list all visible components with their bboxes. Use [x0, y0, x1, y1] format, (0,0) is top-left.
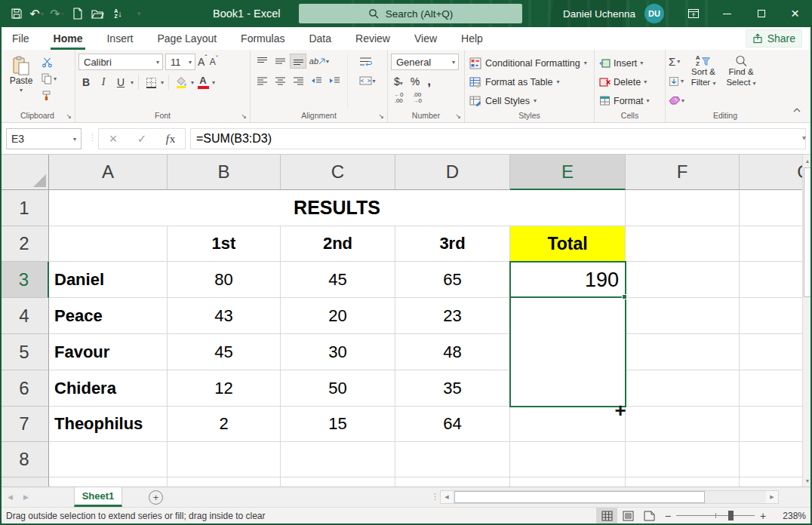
- cell-b9-partial[interactable]: [168, 477, 281, 487]
- normal-view-button[interactable]: [596, 508, 617, 524]
- formula-input[interactable]: =SUM(B3:D3): [190, 128, 806, 149]
- fill-handle[interactable]: [622, 294, 627, 299]
- name-box[interactable]: E3 ▾: [6, 128, 82, 149]
- cell-e8[interactable]: [510, 442, 626, 477]
- delete-cells-button[interactable]: Delete▾: [598, 72, 663, 91]
- bottom-align-button[interactable]: [290, 54, 306, 69]
- cell-f8[interactable]: [626, 442, 740, 477]
- tab-home[interactable]: Home: [42, 27, 95, 50]
- italic-button[interactable]: I: [96, 75, 111, 90]
- copy-button[interactable]: ▾: [42, 72, 57, 85]
- row-header-3[interactable]: 3: [0, 262, 49, 298]
- font-name-combo[interactable]: Calibri▾: [78, 54, 163, 70]
- insert-function-button[interactable]: fx: [156, 133, 185, 146]
- cancel-button[interactable]: ×: [99, 131, 128, 147]
- middle-align-button[interactable]: [272, 54, 288, 69]
- close-button[interactable]: ×: [778, 0, 812, 27]
- cell-g7[interactable]: [740, 407, 802, 442]
- cell-e7[interactable]: [510, 407, 626, 442]
- row-header-9-partial[interactable]: [0, 477, 49, 487]
- share-button[interactable]: Share: [746, 29, 802, 48]
- cell-g1[interactable]: [740, 190, 802, 226]
- percent-format-button[interactable]: %: [411, 75, 420, 88]
- cell-g9-partial[interactable]: [740, 477, 802, 487]
- clipboard-dialog-launcher[interactable]: ↘: [66, 112, 72, 120]
- comma-format-button[interactable]: ,: [427, 74, 431, 89]
- row-header-1[interactable]: 1: [0, 190, 49, 226]
- cell-b2[interactable]: 1st: [168, 226, 281, 262]
- cell-d2[interactable]: 3rd: [395, 226, 510, 262]
- column-header-a[interactable]: A: [49, 155, 168, 190]
- cell-a2[interactable]: [49, 226, 168, 262]
- column-header-f[interactable]: F: [626, 155, 740, 190]
- cell-f5[interactable]: [626, 334, 740, 370]
- row-header-6[interactable]: 6: [0, 370, 49, 407]
- tab-formulas[interactable]: Formulas: [229, 27, 297, 50]
- increase-decimal-button[interactable]: ←0.00: [394, 92, 403, 104]
- currency-format-button[interactable]: $▾: [394, 75, 403, 88]
- select-all-corner[interactable]: [0, 155, 49, 190]
- alignment-dialog-launcher[interactable]: ↘: [378, 112, 384, 120]
- cell-b7[interactable]: 2: [168, 407, 281, 442]
- row-header-5[interactable]: 5: [0, 334, 49, 370]
- cell-e9-partial[interactable]: [510, 477, 626, 487]
- increase-font-size-button[interactable]: Aˆ: [198, 56, 208, 68]
- cell-d6[interactable]: 35: [395, 370, 510, 407]
- cell-g4[interactable]: [740, 298, 802, 334]
- avatar[interactable]: DU: [644, 4, 664, 23]
- increase-indent-button[interactable]: [326, 73, 343, 88]
- new-file-button[interactable]: [67, 3, 88, 24]
- undo-button[interactable]: ↶▾: [26, 3, 47, 24]
- cell-g6[interactable]: [740, 370, 802, 407]
- column-header-e[interactable]: E: [510, 155, 626, 190]
- cell-f1[interactable]: [626, 190, 740, 226]
- cell-a8[interactable]: [49, 442, 168, 477]
- cell-b3[interactable]: 80: [168, 262, 281, 298]
- horizontal-scroll-thumb[interactable]: [454, 491, 705, 503]
- ribbon-display-options-button[interactable]: [676, 0, 710, 27]
- row-header-2[interactable]: 2: [0, 226, 49, 262]
- conditional-formatting-button[interactable]: Conditional Formatting▾: [468, 54, 592, 72]
- tab-page-layout[interactable]: Page Layout: [145, 27, 229, 50]
- cell-styles-button[interactable]: Cell Styles▾: [468, 91, 592, 110]
- font-color-button[interactable]: A: [196, 75, 210, 89]
- cell-c9-partial[interactable]: [281, 477, 395, 487]
- number-dialog-launcher[interactable]: ↘: [455, 112, 461, 120]
- cell-b8[interactable]: [168, 442, 281, 477]
- cell-a4[interactable]: Peace: [49, 298, 168, 334]
- scroll-left-icon[interactable]: ◀: [441, 491, 453, 503]
- cell-c2[interactable]: 2nd: [281, 226, 395, 262]
- cell-c3[interactable]: 45: [281, 262, 395, 298]
- cell-d3[interactable]: 65: [395, 262, 510, 298]
- scroll-right-icon[interactable]: ▶: [766, 491, 778, 503]
- cell-g3[interactable]: [740, 262, 802, 298]
- top-align-button[interactable]: [254, 54, 270, 69]
- align-left-button[interactable]: [254, 73, 270, 88]
- cell-d7[interactable]: 64: [395, 407, 510, 442]
- row-header-4[interactable]: 4: [0, 298, 49, 334]
- page-break-preview-button[interactable]: [638, 508, 660, 524]
- next-sheet-icon[interactable]: ▶: [23, 493, 29, 501]
- sort-filter-button[interactable]: AZ Sort & Filter ▾: [684, 54, 722, 109]
- cell-a3[interactable]: Daniel: [49, 262, 168, 298]
- merge-center-button[interactable]: ▾: [352, 73, 383, 88]
- orientation-button[interactable]: ab▾: [308, 54, 331, 69]
- customize-qat-button[interactable]: ▾: [128, 3, 149, 24]
- zoom-slider[interactable]: [676, 508, 755, 524]
- collapse-ribbon-button[interactable]: [792, 103, 801, 116]
- cell-c7[interactable]: 15: [281, 407, 395, 442]
- minimize-button[interactable]: [710, 0, 744, 27]
- font-dialog-launcher[interactable]: ↘: [241, 112, 247, 120]
- cell-f4[interactable]: [626, 298, 740, 334]
- page-layout-view-button[interactable]: [617, 508, 638, 524]
- search-box[interactable]: Search (Alt+Q): [299, 4, 522, 23]
- expand-formula-bar-button[interactable]: ▾: [802, 134, 806, 142]
- cut-button[interactable]: [42, 56, 57, 69]
- horizontal-scrollbar[interactable]: ◀ ▶: [440, 490, 779, 504]
- wrap-text-button[interactable]: [352, 54, 378, 69]
- user-name[interactable]: Daniel Uchenna: [563, 8, 635, 20]
- zoom-level[interactable]: 238%: [774, 511, 806, 521]
- cell-e2[interactable]: Total: [510, 226, 626, 262]
- cell-b6[interactable]: 12: [168, 370, 281, 407]
- borders-button[interactable]: [143, 75, 158, 90]
